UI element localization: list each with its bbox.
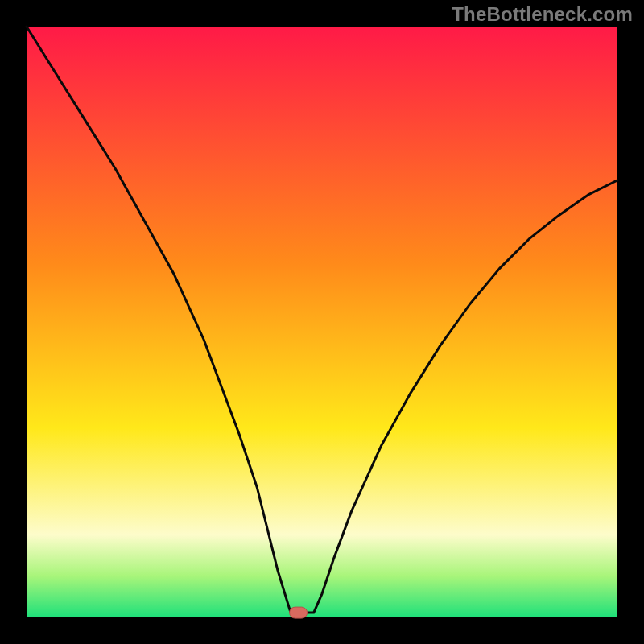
optimal-marker (290, 607, 308, 618)
chart-frame: { "watermark": "TheBottleneck.com", "col… (0, 0, 644, 644)
bottleneck-chart (0, 0, 644, 644)
watermark-text: TheBottleneck.com (452, 3, 633, 26)
plot-background (27, 27, 617, 617)
